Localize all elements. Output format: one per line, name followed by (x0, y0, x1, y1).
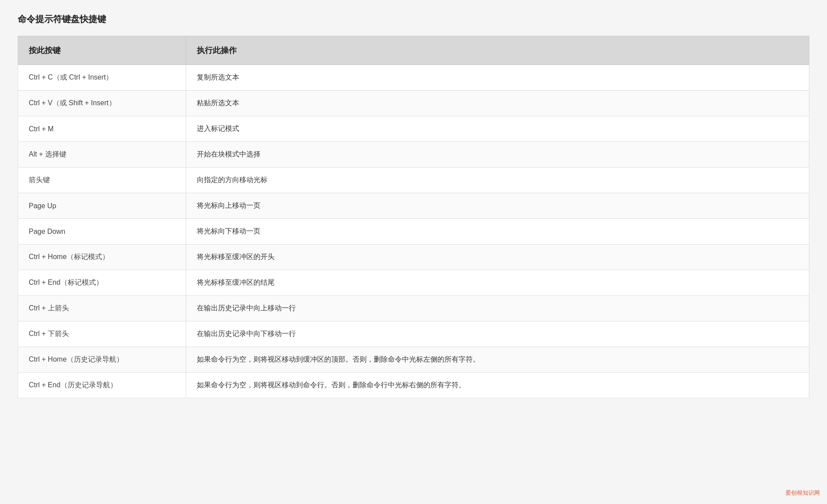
key-cell: Ctrl + Home（历史记录导航） (18, 347, 186, 373)
table-row: Ctrl + Home（标记模式）将光标移至缓冲区的开头 (18, 244, 809, 270)
table-row: Ctrl + End（历史记录导航）如果命令行为空，则将视区移动到命令行。否则，… (18, 373, 809, 398)
table-row: Ctrl + V（或 Shift + Insert）粘贴所选文本 (18, 91, 809, 116)
key-cell: Ctrl + M (18, 116, 186, 142)
key-cell: Ctrl + End（历史记录导航） (18, 373, 186, 398)
action-cell: 将光标向上移动一页 (186, 193, 809, 219)
col2-header: 执行此操作 (186, 36, 809, 65)
key-cell: 箭头键 (18, 168, 186, 193)
key-cell: Page Down (18, 219, 186, 244)
action-cell: 将光标移至缓冲区的开头 (186, 244, 809, 270)
table-row: Ctrl + 上箭头在输出历史记录中向上移动一行 (18, 296, 809, 321)
col1-header: 按此按键 (18, 36, 186, 65)
action-cell: 进入标记模式 (186, 116, 809, 142)
key-cell: Page Up (18, 193, 186, 219)
action-cell: 在输出历史记录中向上移动一行 (186, 296, 809, 321)
key-cell: Alt + 选择键 (18, 142, 186, 168)
action-cell: 在输出历史记录中向下移动一行 (186, 321, 809, 347)
table-row: Page Down将光标向下移动一页 (18, 219, 809, 244)
key-cell: Ctrl + 下箭头 (18, 321, 186, 347)
action-cell: 将光标向下移动一页 (186, 219, 809, 244)
action-cell: 开始在块模式中选择 (186, 142, 809, 168)
table-row: Ctrl + End（标记模式）将光标移至缓冲区的结尾 (18, 270, 809, 296)
table-row: Page Up将光标向上移动一页 (18, 193, 809, 219)
action-cell: 如果命令行为空，则将视区移动到命令行。否则，删除命令行中光标右侧的所有字符。 (186, 373, 809, 398)
key-cell: Ctrl + V（或 Shift + Insert） (18, 91, 186, 116)
key-cell: Ctrl + 上箭头 (18, 296, 186, 321)
table-header-row: 按此按键 执行此操作 (18, 36, 809, 65)
shortcuts-table: 按此按键 执行此操作 Ctrl + C（或 Ctrl + Insert）复制所选… (18, 36, 809, 398)
table-row: Alt + 选择键开始在块模式中选择 (18, 142, 809, 168)
table-row: 箭头键向指定的方向移动光标 (18, 168, 809, 193)
table-row: Ctrl + C（或 Ctrl + Insert）复制所选文本 (18, 65, 809, 91)
watermark: 爱创根知识网 (785, 489, 820, 497)
table-row: Ctrl + Home（历史记录导航）如果命令行为空，则将视区移动到缓冲区的顶部… (18, 347, 809, 373)
page-title: 命令提示符键盘快捷键 (18, 13, 809, 25)
key-cell: Ctrl + C（或 Ctrl + Insert） (18, 65, 186, 91)
key-cell: Ctrl + End（标记模式） (18, 270, 186, 296)
action-cell: 粘贴所选文本 (186, 91, 809, 116)
table-row: Ctrl + M进入标记模式 (18, 116, 809, 142)
key-cell: Ctrl + Home（标记模式） (18, 244, 186, 270)
action-cell: 将光标移至缓冲区的结尾 (186, 270, 809, 296)
action-cell: 如果命令行为空，则将视区移动到缓冲区的顶部。否则，删除命令中光标左侧的所有字符。 (186, 347, 809, 373)
action-cell: 向指定的方向移动光标 (186, 168, 809, 193)
table-row: Ctrl + 下箭头在输出历史记录中向下移动一行 (18, 321, 809, 347)
action-cell: 复制所选文本 (186, 65, 809, 91)
table-body: Ctrl + C（或 Ctrl + Insert）复制所选文本Ctrl + V（… (18, 65, 809, 398)
